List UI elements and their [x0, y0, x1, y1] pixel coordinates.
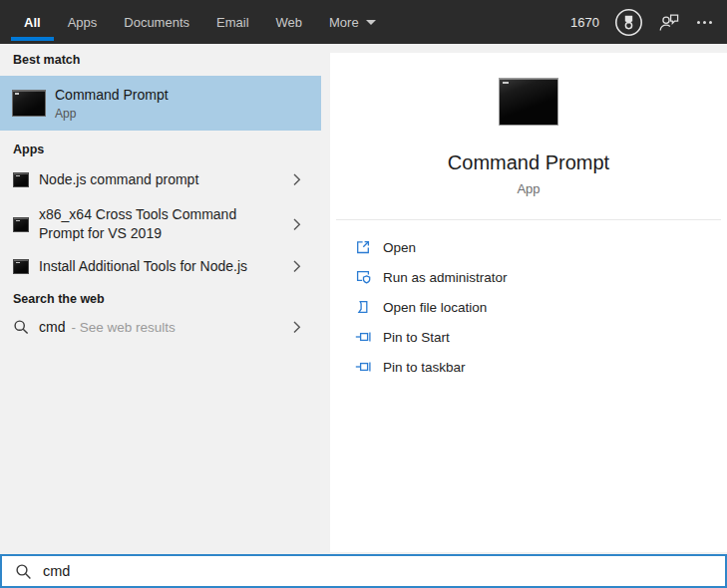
- chevron-right-icon[interactable]: [293, 260, 301, 273]
- command-prompt-icon-large: [499, 78, 558, 126]
- best-match-result[interactable]: Command Prompt App: [0, 76, 321, 131]
- chevron-right-icon[interactable]: [293, 321, 301, 334]
- web-search-suffix: - See web results: [71, 320, 175, 335]
- run-as-administrator-button[interactable]: Run as administrator: [330, 262, 727, 292]
- tab-all[interactable]: All: [24, 0, 41, 44]
- tab-all-label: All: [24, 15, 41, 30]
- topbar-right-cluster: 1670: [570, 0, 714, 44]
- search-icon: [15, 563, 32, 580]
- open-file-location-button[interactable]: Open file location: [330, 292, 727, 322]
- apps-header: Apps: [13, 143, 44, 156]
- best-match-subtitle: App: [55, 107, 169, 121]
- list-item-web-search[interactable]: cmd - See web results: [0, 309, 321, 345]
- tab-email[interactable]: Email: [216, 0, 249, 44]
- tab-apps-label: Apps: [68, 15, 98, 30]
- divider: [336, 219, 721, 220]
- preview-panel: Command Prompt App Open Run as adminis: [330, 53, 727, 552]
- preview-title: Command Prompt: [330, 151, 727, 174]
- command-prompt-icon: [12, 90, 46, 117]
- terminal-icon: [13, 217, 29, 232]
- search-topbar: All Apps Documents Email Web More 1670: [0, 0, 727, 44]
- tab-apps[interactable]: Apps: [68, 0, 98, 44]
- list-item-nodejs-prompt[interactable]: Node.js command prompt: [0, 161, 321, 197]
- file-location-icon: [354, 299, 371, 315]
- action-label: Open: [383, 240, 416, 255]
- action-label: Run as administrator: [383, 270, 508, 285]
- pin-icon: [354, 359, 371, 375]
- tab-more-label: More: [329, 15, 359, 30]
- action-label: Pin to Start: [383, 330, 450, 345]
- action-list: Open Run as administrator Open file loca…: [330, 232, 727, 382]
- filter-tabs: All Apps Documents Email Web More: [24, 0, 376, 44]
- feedback-icon[interactable]: [658, 12, 680, 32]
- list-item-vs-cross-tools[interactable]: x86_x64 Cross Tools Command Prompt for V…: [0, 198, 321, 250]
- open-icon: [354, 239, 371, 255]
- rewards-points: 1670: [570, 15, 599, 30]
- action-label: Pin to taskbar: [383, 360, 466, 375]
- chevron-right-icon[interactable]: [293, 218, 301, 231]
- chevron-down-icon: [366, 20, 376, 25]
- pin-to-start-button[interactable]: Pin to Start: [330, 322, 727, 352]
- tab-documents[interactable]: Documents: [124, 0, 189, 44]
- terminal-icon: [13, 172, 29, 187]
- search-bar: [0, 554, 727, 588]
- tab-web-label: Web: [276, 15, 303, 30]
- best-match-header: Best match: [13, 53, 80, 67]
- pin-icon: [354, 329, 371, 345]
- open-button[interactable]: Open: [330, 232, 727, 262]
- search-input[interactable]: [43, 556, 725, 586]
- action-label: Open file location: [383, 300, 487, 315]
- list-item-install-node-tools[interactable]: Install Additional Tools for Node.js: [0, 248, 321, 284]
- results-panel: Best match Command Prompt App Apps Node.…: [0, 44, 330, 554]
- tab-web[interactable]: Web: [276, 0, 303, 44]
- preview-subtitle: App: [330, 181, 727, 196]
- pin-to-taskbar-button[interactable]: Pin to taskbar: [330, 352, 727, 382]
- tab-documents-label: Documents: [124, 15, 189, 30]
- terminal-icon: [13, 259, 29, 274]
- chevron-right-icon[interactable]: [293, 173, 301, 186]
- tab-more[interactable]: More: [329, 0, 376, 44]
- search-icon: [13, 319, 29, 335]
- list-item-label: Install Additional Tools for Node.js: [39, 257, 247, 276]
- admin-shield-icon: [354, 269, 371, 285]
- search-web-header: Search the web: [13, 292, 105, 306]
- list-item-label: Node.js command prompt: [39, 170, 198, 189]
- list-item-label: x86_x64 Cross Tools Command Prompt for V…: [39, 205, 276, 243]
- best-match-title: Command Prompt: [55, 87, 169, 103]
- more-options-icon[interactable]: [695, 17, 714, 28]
- web-search-query: cmd: [39, 319, 65, 335]
- rewards-medal-icon[interactable]: [614, 8, 643, 37]
- tab-email-label: Email: [216, 15, 249, 30]
